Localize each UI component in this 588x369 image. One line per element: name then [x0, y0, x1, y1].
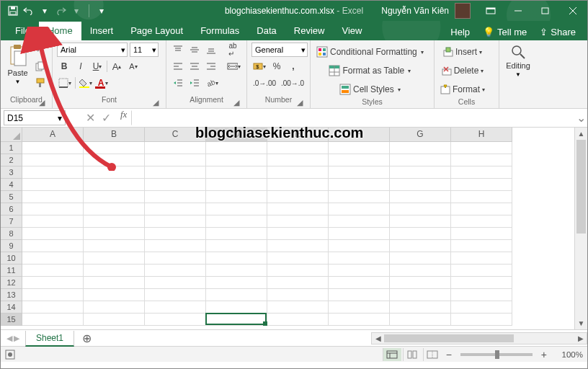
- column-header[interactable]: C: [145, 128, 206, 142]
- accounting-format-icon[interactable]: $▾: [251, 59, 267, 74]
- align-left-icon[interactable]: [171, 59, 185, 74]
- cell[interactable]: [22, 142, 84, 154]
- normal-view-icon[interactable]: [383, 348, 401, 361]
- cell[interactable]: [267, 142, 329, 154]
- cell[interactable]: [451, 289, 512, 301]
- dialog-launcher-icon[interactable]: ◢: [232, 98, 241, 107]
- cell[interactable]: [267, 203, 329, 215]
- cell[interactable]: [206, 215, 267, 228]
- cell[interactable]: [267, 314, 329, 326]
- cell[interactable]: [451, 240, 512, 252]
- cell[interactable]: [390, 264, 451, 277]
- column-header[interactable]: A: [22, 128, 84, 142]
- scroll-up-icon[interactable]: ▲: [575, 128, 587, 140]
- dialog-launcher-icon[interactable]: ◢: [295, 98, 304, 107]
- cell-styles-button[interactable]: Cell Styles▾: [315, 81, 425, 97]
- cell[interactable]: [451, 301, 512, 314]
- align-middle-icon[interactable]: [187, 43, 202, 57]
- save-icon[interactable]: [6, 4, 19, 17]
- format-as-table-button[interactable]: Format as Table▾: [315, 63, 425, 79]
- row-header[interactable]: 1: [1, 142, 22, 154]
- cell[interactable]: [451, 191, 512, 203]
- cancel-icon[interactable]: ✕: [83, 111, 97, 125]
- borders-icon[interactable]: ▾: [57, 76, 73, 90]
- cell[interactable]: [145, 203, 206, 215]
- cell[interactable]: [22, 191, 84, 203]
- scroll-left-icon[interactable]: ◀: [372, 334, 384, 342]
- undo-icon[interactable]: [22, 4, 35, 17]
- cell[interactable]: [206, 191, 267, 203]
- comma-icon[interactable]: ,: [286, 59, 300, 74]
- conditional-formatting-button[interactable]: Conditional Formatting▾: [315, 44, 425, 60]
- paste-button[interactable]: Paste ▼: [5, 43, 30, 85]
- tell-me[interactable]: 💡Tell me: [477, 24, 533, 40]
- cell[interactable]: [84, 154, 145, 166]
- cell[interactable]: [390, 203, 451, 215]
- cell[interactable]: [390, 301, 451, 314]
- cell[interactable]: [206, 301, 267, 314]
- undo-dropdown-icon[interactable]: ▾: [38, 4, 51, 17]
- tab-insert[interactable]: Insert: [81, 22, 122, 40]
- dialog-launcher-icon[interactable]: ◢: [37, 98, 46, 107]
- cell[interactable]: [22, 215, 84, 228]
- cell[interactable]: [329, 228, 390, 240]
- formula-input[interactable]: [131, 110, 571, 125]
- cut-icon[interactable]: ✂: [33, 43, 48, 57]
- page-layout-view-icon[interactable]: [403, 348, 422, 361]
- merge-center-icon[interactable]: ▾: [226, 59, 242, 74]
- cell[interactable]: [22, 240, 84, 252]
- cell[interactable]: [451, 142, 512, 154]
- orientation-icon[interactable]: ab▾: [204, 76, 220, 90]
- cell[interactable]: [22, 264, 84, 277]
- cell[interactable]: [451, 314, 512, 326]
- cell[interactable]: [145, 252, 206, 264]
- increase-font-icon[interactable]: A▴: [110, 59, 124, 74]
- column-header[interactable]: H: [451, 128, 512, 142]
- column-header[interactable]: B: [84, 128, 145, 142]
- zoom-in-icon[interactable]: +: [538, 350, 550, 360]
- cell[interactable]: [329, 191, 390, 203]
- cell[interactable]: [84, 264, 145, 277]
- expand-formula-bar-icon[interactable]: ⌄: [574, 109, 587, 127]
- cell[interactable]: [206, 264, 267, 277]
- tab-formulas[interactable]: Formulas: [192, 22, 248, 40]
- cell[interactable]: [145, 228, 206, 240]
- zoom-slider[interactable]: [460, 353, 533, 356]
- cell[interactable]: [329, 289, 390, 301]
- row-header[interactable]: 3: [1, 166, 22, 179]
- cell[interactable]: [267, 154, 329, 166]
- cell[interactable]: [145, 191, 206, 203]
- macro-record-icon[interactable]: [5, 350, 15, 360]
- cell[interactable]: [329, 154, 390, 166]
- name-box[interactable]: D15▾: [4, 110, 66, 125]
- row-header[interactable]: 15: [1, 314, 22, 326]
- tab-file[interactable]: File: [6, 22, 39, 40]
- cell[interactable]: [84, 228, 145, 240]
- cell[interactable]: [84, 277, 145, 289]
- cell[interactable]: [390, 154, 451, 166]
- scroll-right-icon[interactable]: ▶: [574, 334, 587, 342]
- underline-button[interactable]: U▾: [90, 59, 104, 74]
- cell[interactable]: [206, 228, 267, 240]
- cell[interactable]: [84, 215, 145, 228]
- sheet-next-icon[interactable]: ▶: [14, 334, 19, 343]
- row-header[interactable]: 12: [1, 277, 22, 289]
- cell[interactable]: [145, 154, 206, 166]
- row-header[interactable]: 2: [1, 154, 22, 166]
- cell[interactable]: [329, 264, 390, 277]
- fill-color-icon[interactable]: ▾: [78, 76, 94, 90]
- redo-icon[interactable]: [54, 4, 67, 17]
- cell[interactable]: [390, 277, 451, 289]
- tab-page-layout[interactable]: Page Layout: [122, 22, 192, 40]
- cell[interactable]: [329, 277, 390, 289]
- avatar[interactable]: [455, 3, 471, 19]
- decrease-font-icon[interactable]: A▾: [126, 59, 141, 74]
- decrease-decimal-icon[interactable]: .00→.0: [280, 76, 306, 90]
- insert-function-icon[interactable]: fx: [116, 109, 131, 127]
- cell[interactable]: [390, 191, 451, 203]
- cell[interactable]: [390, 240, 451, 252]
- enter-icon[interactable]: ✓: [99, 111, 113, 125]
- cell[interactable]: [22, 203, 84, 215]
- maximize-icon[interactable]: [533, 1, 558, 21]
- sheet-tab[interactable]: Sheet1: [25, 331, 74, 347]
